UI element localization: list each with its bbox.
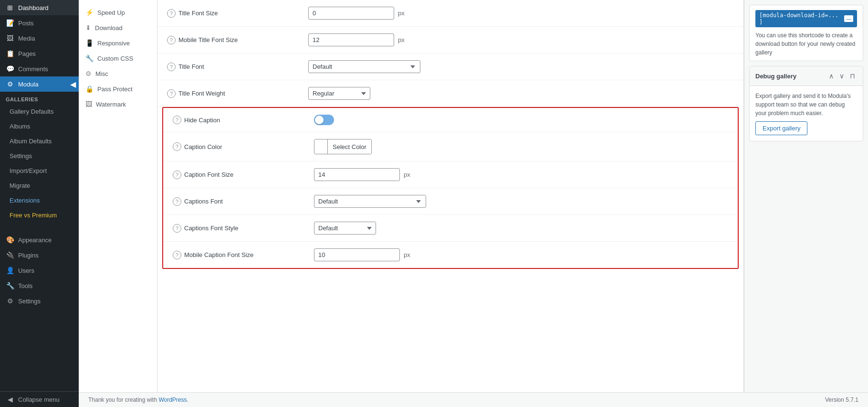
shortcode-description: You can use this shortcode to create a d… [755, 31, 857, 57]
caption-color-picker-btn[interactable]: Select Color [314, 139, 372, 154]
sidebar-item-tools[interactable]: 🔧 Tools [0, 278, 79, 293]
captions-font-style-row: ? Captions Font Style Default Normal Ita… [163, 215, 738, 242]
mobile-caption-font-size-row: ? Mobile Caption Font Size px [163, 242, 738, 268]
right-panel: [modula-download-id=... ] — You can use … [744, 0, 868, 392]
shortcode-section: [modula-download-id=... ] — You can use … [749, 5, 863, 61]
mobile-title-font-size-unit: px [398, 36, 405, 43]
sidebar-item-plugins[interactable]: 🔌 Plugins [0, 247, 79, 263]
hide-caption-toggle[interactable] [314, 115, 334, 125]
mobile-title-font-size-row: ? Mobile Title Font Size px [157, 27, 743, 54]
captions-font-label: Captions Font [184, 198, 223, 205]
captions-font-select[interactable]: Default Arial Helvetica Georgia [314, 195, 426, 208]
title-font-size-input[interactable] [308, 7, 394, 20]
captions-font-style-label-container: ? Captions Font Style [173, 224, 306, 233]
users-icon: 👤 [6, 267, 14, 274]
sub-nav-speed-up[interactable]: ⚡ Speed Up [79, 5, 157, 20]
shortcode-copy-btn[interactable]: — [844, 15, 853, 22]
sidebar-item-modula[interactable]: ⚙ Modula ◀ [0, 76, 79, 92]
mobile-caption-font-size-help-icon[interactable]: ? [173, 251, 181, 259]
hide-caption-label: Hide Caption [184, 117, 220, 124]
collapse-menu[interactable]: ◀ Collapse menu [0, 391, 79, 407]
sidebar-item-label: Posts [18, 20, 34, 27]
sub-nav-custom-css[interactable]: 🔧 Custom CSS [79, 51, 157, 66]
sidebar-item-pages[interactable]: 📋 Pages [0, 46, 79, 61]
captions-font-style-help-icon[interactable]: ? [173, 224, 181, 233]
sidebar-item-dashboard[interactable]: ⊞ Dashboard [0, 0, 79, 15]
highlighted-caption-section: ? Hide Caption ? Caption [162, 107, 739, 269]
caption-color-help-icon[interactable]: ? [173, 142, 181, 151]
debug-gallery-close-btn[interactable]: ⊓ [848, 71, 857, 81]
title-font-control: Default Arial Helvetica Georgia [308, 60, 420, 73]
title-font-size-unit: px [398, 10, 405, 17]
sidebar-item-import-export[interactable]: Import/Export [0, 163, 79, 178]
settings-label: Settings [10, 152, 32, 160]
sidebar-item-album-defaults[interactable]: Album Defaults [0, 134, 79, 149]
sidebar-item-migrate[interactable]: Migrate [0, 178, 79, 193]
sidebar-item-settings-main[interactable]: ⚙ Settings [0, 293, 79, 309]
mobile-caption-font-size-input[interactable] [314, 248, 400, 261]
sub-navigation: ⚡ Speed Up ⬇ Download 📱 Responsive 🔧 Cus… [79, 0, 157, 392]
sub-nav-responsive[interactable]: 📱 Responsive [79, 35, 157, 51]
captions-font-style-select[interactable]: Default Normal Italic Oblique [314, 222, 376, 235]
sidebar-item-comments[interactable]: 💬 Comments [0, 61, 79, 76]
modula-arrow-icon: ◀ [70, 80, 76, 89]
caption-font-size-control: px [314, 168, 410, 181]
wordpress-link[interactable]: WordPress [158, 396, 187, 403]
mobile-title-font-size-input[interactable] [308, 33, 394, 46]
sub-nav-watermark[interactable]: 🖼 Watermark [79, 96, 157, 112]
appearance-label: Appearance [18, 236, 52, 244]
sidebar-item-gallery-defaults[interactable]: Gallery Defaults [0, 104, 79, 119]
sub-nav-pass-protect[interactable]: 🔒 Pass Protect [79, 81, 157, 96]
sidebar-item-users[interactable]: 👤 Users [0, 263, 79, 278]
download-icon: ⬇ [85, 24, 91, 32]
sidebar-item-label: Comments [18, 65, 48, 73]
debug-gallery-header: Debug gallery ∧ ∨ ⊓ [750, 66, 863, 86]
caption-color-btn-label: Select Color [328, 139, 371, 154]
albums-label: Albums [10, 123, 30, 130]
debug-gallery-collapse-down-btn[interactable]: ∨ [837, 71, 846, 81]
sidebar-item-posts[interactable]: 📝 Posts [0, 15, 79, 31]
mobile-title-font-size-help-icon[interactable]: ? [167, 36, 176, 44]
sidebar-item-label: Pages [18, 50, 36, 57]
sidebar-item-label: Dashboard [18, 4, 49, 11]
debug-gallery-collapse-up-btn[interactable]: ∧ [827, 71, 836, 81]
footer-text: Thank you for creating with WordPress. [88, 396, 188, 403]
sidebar-item-appearance[interactable]: 🎨 Appearance [0, 232, 79, 247]
debug-gallery-content: Export gallery and send it to Modula's s… [750, 86, 863, 141]
galleries-section-title: Galleries [0, 92, 79, 104]
caption-font-size-help-icon[interactable]: ? [173, 171, 181, 179]
caption-color-label-container: ? Caption Color [173, 142, 306, 151]
media-icon: 🖼 [6, 34, 14, 42]
sidebar-item-settings[interactable]: Settings [0, 149, 79, 163]
album-defaults-label: Album Defaults [10, 138, 52, 145]
hide-caption-row: ? Hide Caption [163, 108, 738, 132]
title-font-weight-select[interactable]: Regular Bold Light Medium [308, 87, 370, 100]
plugins-icon: 🔌 [6, 251, 14, 259]
sidebar-item-label: Modula [18, 81, 39, 88]
title-font-weight-help-icon[interactable]: ? [167, 89, 176, 98]
captions-font-style-control: Default Normal Italic Oblique [314, 222, 376, 235]
import-export-label: Import/Export [10, 167, 47, 174]
captions-font-help-icon[interactable]: ? [173, 197, 181, 206]
sub-nav-label: Custom CSS [97, 55, 133, 62]
hide-caption-label-container: ? Hide Caption [173, 116, 306, 124]
sidebar-item-media[interactable]: 🖼 Media [0, 31, 79, 46]
sub-nav-download[interactable]: ⬇ Download [79, 20, 157, 35]
sidebar-item-extensions[interactable]: Extensions [0, 193, 79, 208]
debug-gallery-title: Debug gallery [755, 73, 796, 80]
gallery-defaults-label: Gallery Defaults [10, 108, 53, 115]
sub-nav-label: Misc [95, 70, 108, 77]
captions-font-style-label: Captions Font Style [184, 225, 238, 232]
shortcode-box: [modula-download-id=... ] — [755, 10, 857, 27]
hide-caption-help-icon[interactable]: ? [173, 116, 181, 124]
sub-nav-misc[interactable]: ⚙ Misc [79, 66, 157, 81]
export-gallery-button[interactable]: Export gallery [755, 121, 807, 135]
title-font-size-help-icon[interactable]: ? [167, 9, 176, 18]
sidebar-item-albums[interactable]: Albums [0, 119, 79, 134]
caption-font-size-input[interactable] [314, 168, 400, 181]
title-font-help-icon[interactable]: ? [167, 63, 176, 71]
caption-font-size-unit: px [404, 171, 410, 178]
caption-color-control: Select Color [314, 139, 372, 154]
sidebar-item-free-vs-premium[interactable]: Free vs Premium [0, 208, 79, 223]
title-font-select[interactable]: Default Arial Helvetica Georgia [308, 60, 420, 73]
